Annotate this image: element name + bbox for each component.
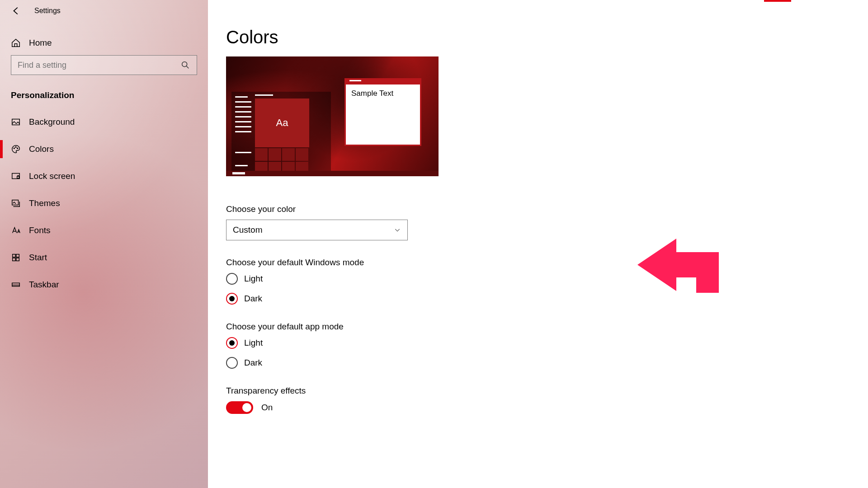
sidebar-item-taskbar[interactable]: Taskbar <box>0 271 208 298</box>
sidebar-item-label: Background <box>29 117 75 127</box>
preview-tile: Aa <box>255 99 309 147</box>
sidebar-item-themes[interactable]: Themes <box>0 190 208 217</box>
svg-rect-1 <box>12 119 20 125</box>
sidebar-item-label: Themes <box>29 198 60 208</box>
sidebar: Settings Home Personalization Backgro <box>0 0 208 488</box>
preview-start-menu: Aa <box>231 92 331 171</box>
search-input[interactable] <box>18 61 180 70</box>
radio-selected-icon <box>226 293 238 305</box>
sidebar-item-label: Lock screen <box>29 171 75 181</box>
choose-color-value: Custom <box>233 225 262 235</box>
radio-unselected-icon <box>226 357 238 369</box>
main-content: Colors Aa Sample Text <box>208 0 868 488</box>
preview-sample-text: Sample Text <box>346 84 420 103</box>
svg-rect-11 <box>16 258 19 261</box>
app-mode-light[interactable]: Light <box>226 337 416 349</box>
preview-taskbar <box>226 171 439 176</box>
taskbar-icon <box>11 280 21 290</box>
start-icon <box>11 253 21 263</box>
back-button[interactable] <box>11 5 22 16</box>
windows-mode-light[interactable]: Light <box>226 273 416 285</box>
fonts-icon <box>11 225 21 235</box>
svg-point-3 <box>15 147 16 148</box>
sidebar-item-label: Fonts <box>29 225 51 235</box>
radio-label: Light <box>244 338 263 348</box>
choose-color-label: Choose your color <box>226 204 416 214</box>
window-accent-strip <box>764 0 791 2</box>
sidebar-item-label: Colors <box>29 144 54 154</box>
transparency-toggle[interactable] <box>226 401 253 414</box>
svg-rect-9 <box>16 254 19 257</box>
image-icon <box>11 117 21 127</box>
window-title: Settings <box>34 7 61 15</box>
svg-rect-10 <box>13 258 15 261</box>
radio-label: Dark <box>244 358 262 368</box>
radio-label: Light <box>244 274 263 284</box>
lock-screen-icon <box>11 171 21 181</box>
transparency-state: On <box>261 403 273 413</box>
sidebar-item-label: Start <box>29 253 47 263</box>
sidebar-item-background[interactable]: Background <box>0 108 208 136</box>
search-icon <box>180 60 190 70</box>
themes-icon <box>11 198 21 208</box>
radio-label: Dark <box>244 294 262 304</box>
transparency-label: Transparency effects <box>226 386 416 396</box>
sidebar-item-label: Taskbar <box>29 280 59 290</box>
app-mode-label: Choose your default app mode <box>226 322 416 332</box>
page-title: Colors <box>226 27 850 47</box>
sidebar-nav: Background Colors Lock screen Themes <box>0 108 208 298</box>
radio-unselected-icon <box>226 273 238 285</box>
arrow-left-icon <box>11 6 21 16</box>
svg-marker-13 <box>637 239 719 293</box>
svg-point-2 <box>14 148 14 149</box>
sidebar-item-colors[interactable]: Colors <box>0 136 208 163</box>
svg-rect-7 <box>12 200 19 205</box>
sidebar-section-label: Personalization <box>0 85 208 108</box>
chevron-down-icon <box>394 226 401 234</box>
svg-rect-12 <box>12 283 20 286</box>
svg-point-0 <box>182 62 187 67</box>
sidebar-home-label: Home <box>29 38 52 48</box>
palette-icon <box>11 144 21 154</box>
choose-color-select[interactable]: Custom <box>226 220 408 240</box>
sidebar-home[interactable]: Home <box>0 22 208 55</box>
theme-preview: Aa Sample Text <box>226 56 439 176</box>
preview-window: Sample Text <box>344 78 421 146</box>
app-mode-dark[interactable]: Dark <box>226 357 416 369</box>
radio-selected-icon <box>226 337 238 349</box>
sidebar-item-lock-screen[interactable]: Lock screen <box>0 163 208 190</box>
svg-rect-8 <box>13 254 15 257</box>
windows-mode-dark[interactable]: Dark <box>226 293 416 305</box>
windows-mode-label: Choose your default Windows mode <box>226 258 416 267</box>
search-input-wrapper[interactable] <box>11 55 197 75</box>
sidebar-item-start[interactable]: Start <box>0 244 208 271</box>
annotation-arrow-icon <box>637 239 723 304</box>
home-icon <box>11 38 21 48</box>
svg-point-4 <box>17 148 18 149</box>
sidebar-item-fonts[interactable]: Fonts <box>0 217 208 244</box>
svg-rect-6 <box>17 176 19 178</box>
